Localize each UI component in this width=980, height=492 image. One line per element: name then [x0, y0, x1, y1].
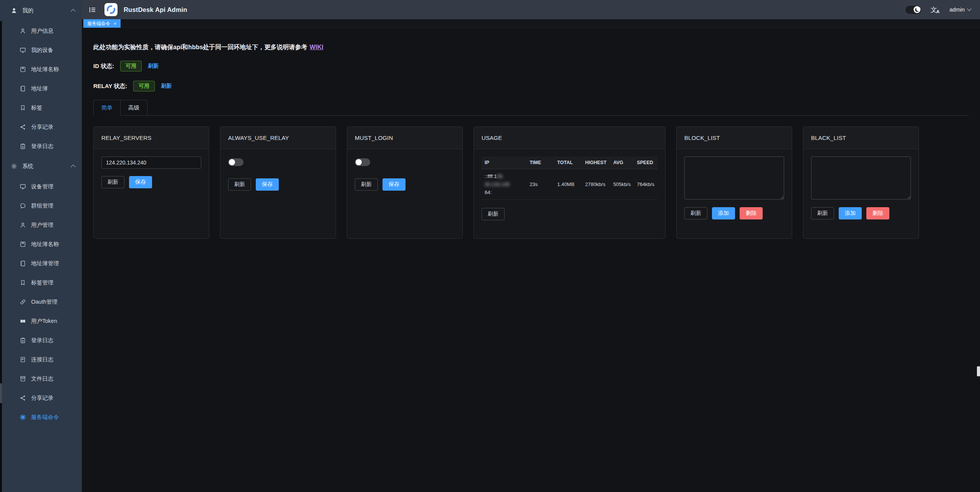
sidebar-item-tag-management[interactable]: 标签管理: [0, 273, 82, 292]
sidebar-item-tags[interactable]: 标签: [0, 98, 82, 117]
delete-button[interactable]: 删除: [866, 207, 889, 219]
sidebar-item-login-log-admin[interactable]: 登录日志: [0, 331, 82, 350]
page-scrollbar-thumb[interactable]: [977, 366, 980, 376]
sidebar-item-my-devices[interactable]: 我的设备: [0, 40, 82, 60]
id-status-badge: 可用: [120, 61, 142, 71]
id-status-label: ID 状态:: [93, 63, 114, 70]
always-use-relay-switch[interactable]: [228, 158, 243, 166]
content: 此处功能为实验性质，请确保api和hbbs处于同一回环地址下，更多说明请参考WI…: [82, 28, 980, 492]
relay-servers-input[interactable]: [101, 156, 201, 169]
sidebar-scrollbar-thumb[interactable]: [0, 383, 2, 403]
refresh-button[interactable]: 刷新: [101, 176, 124, 188]
sidebar-item-server-command[interactable]: 服务端命令: [0, 407, 82, 427]
sidebar-item-oauth-management[interactable]: Oauth管理: [0, 292, 82, 311]
share-icon: [19, 394, 26, 401]
app-title: RustDesk Api Admin: [124, 6, 187, 13]
close-icon[interactable]: ×: [114, 21, 117, 26]
settings-cards: RELAY_SERVERS 刷新 保存 ALWAYS_USE_RELAY: [93, 126, 968, 239]
sidebar-item-share-records[interactable]: 分享记录: [0, 117, 82, 136]
sidebar-item-connection-log[interactable]: 连接日志: [0, 350, 82, 369]
refresh-button[interactable]: 刷新: [684, 207, 707, 219]
sidebar-item-user-management[interactable]: 用户管理: [0, 215, 82, 234]
gear-icon: [10, 163, 17, 170]
sidebar-item-label: 地址簿: [31, 85, 48, 92]
sidebar-item-label: 地址簿名称: [31, 241, 59, 248]
chevron-down-icon: [967, 7, 971, 11]
id-status-refresh-link[interactable]: 刷新: [148, 63, 159, 70]
save-button[interactable]: 保存: [382, 178, 406, 191]
tab-server-command[interactable]: 服务端命令 ×: [83, 19, 121, 28]
sidebar-item-share-records-admin[interactable]: 分享记录: [0, 388, 82, 407]
moon-icon: [914, 6, 920, 13]
sidebar-item-addressbook-management[interactable]: 地址簿管理: [0, 254, 82, 273]
sidebar-item-user-token[interactable]: 用户Token: [0, 311, 82, 331]
sidebar-group-my[interactable]: 我的: [0, 0, 82, 21]
usage-ip-cell: ::ffff:106. 30.133.135 64:: [482, 169, 526, 200]
block-list-textarea[interactable]: [684, 156, 784, 199]
archive-icon: [19, 375, 26, 382]
document-icon: [19, 356, 26, 363]
sidebar-item-user-info[interactable]: 用户信息: [0, 21, 82, 40]
sidebar-item-login-logs[interactable]: 登录日志: [0, 136, 82, 156]
notice-text: 此处功能为实验性质，请确保api和hbbs处于同一回环地址下，更多说明请参考: [93, 44, 307, 50]
usage-time-cell: 23s: [526, 169, 554, 200]
sidebar-item-group-management[interactable]: 群组管理: [0, 196, 82, 215]
relay-status-label: RELAY 状态:: [93, 83, 127, 90]
chevron-up-icon: [71, 9, 76, 14]
relay-status-refresh-link[interactable]: 刷新: [161, 83, 172, 90]
tab-advanced[interactable]: 高级: [121, 100, 147, 116]
sidebar-scrollbar-track[interactable]: [0, 21, 2, 492]
wiki-link[interactable]: WIKI: [310, 44, 323, 50]
delete-button[interactable]: 删除: [740, 207, 763, 219]
card-title: ALWAYS_USE_RELAY: [220, 127, 336, 149]
sidebar-item-device-management[interactable]: 设备管理: [0, 177, 82, 196]
app-header: RustDesk Api Admin 文A admin: [82, 0, 980, 19]
col-speed: SPEED: [634, 156, 657, 169]
refresh-button[interactable]: 刷新: [355, 178, 378, 191]
refresh-button[interactable]: 刷新: [228, 178, 251, 191]
col-highest: HIGHEST: [582, 156, 610, 169]
gear-icon: [19, 414, 26, 421]
save-button[interactable]: 保存: [256, 178, 279, 191]
user-menu[interactable]: admin: [950, 7, 971, 13]
refresh-button[interactable]: 刷新: [482, 208, 505, 220]
sidebar-item-label: 用户Token: [31, 317, 57, 325]
relay-status-row: RELAY 状态: 可用 刷新: [93, 81, 968, 91]
sidebar-item-file-log[interactable]: 文件日志: [0, 369, 82, 388]
sidebar-item-label: 连接日志: [31, 356, 53, 363]
dark-mode-toggle[interactable]: [906, 6, 921, 14]
sidebar-item-label: 登录日志: [31, 337, 53, 344]
card-block-list: BLOCK_LIST 刷新 添加 删除: [676, 126, 792, 239]
sidebar-item-label: 文件日志: [31, 375, 53, 382]
sidebar-item-label: 设备管理: [31, 183, 53, 190]
sidebar-group-system[interactable]: 系统: [0, 156, 82, 177]
sidebar-item-label: Oauth管理: [31, 298, 58, 306]
add-button[interactable]: 添加: [712, 207, 735, 219]
refresh-button[interactable]: 刷新: [811, 207, 834, 219]
sidebar-item-label: 标签: [31, 104, 42, 111]
col-avg: AVG: [610, 156, 634, 169]
save-button[interactable]: 保存: [129, 176, 152, 188]
usage-table: IP TIME TOTAL HIGHEST AVG SPEED: [482, 156, 657, 200]
rustdesk-logo: [104, 3, 118, 16]
usage-table-header: IP TIME TOTAL HIGHEST AVG SPEED: [482, 156, 657, 169]
tab-simple[interactable]: 简单: [93, 100, 121, 116]
usage-highest-cell: 2780kb/s: [582, 169, 610, 200]
sidebar-item-label: 用户管理: [31, 221, 53, 229]
sidebar-item-label: 我的设备: [31, 47, 53, 54]
card-title: MUST_LOGIN: [347, 127, 462, 149]
sidebar-item-addressbook-name-admin[interactable]: 地址簿名称: [0, 234, 82, 254]
usage-speed-cell: 764kb/s: [634, 169, 657, 200]
mode-tabs: 简单 高级: [93, 100, 968, 116]
sidebar-item-label: 地址簿名称: [31, 66, 59, 73]
translate-icon[interactable]: 文A: [930, 7, 940, 13]
sidebar-item-addressbook[interactable]: 地址簿: [0, 79, 82, 98]
sidebar-item-label: 服务端命令: [31, 414, 59, 421]
add-button[interactable]: 添加: [839, 207, 862, 219]
col-time: TIME: [526, 156, 554, 169]
must-login-switch[interactable]: [355, 158, 370, 166]
col-total: TOTAL: [554, 156, 582, 169]
sidebar-item-addressbook-name[interactable]: 地址簿名称: [0, 60, 82, 79]
fold-menu-icon[interactable]: [88, 6, 97, 14]
black-list-textarea[interactable]: [811, 156, 911, 199]
